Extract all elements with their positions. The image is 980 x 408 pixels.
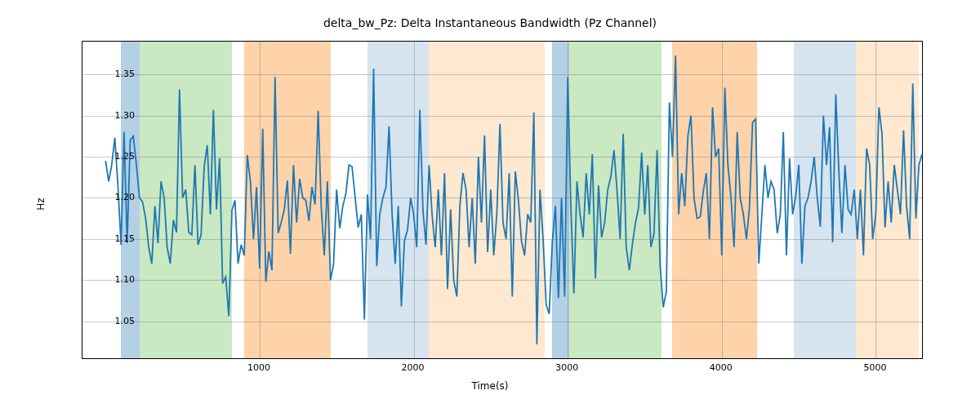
figure: delta_bw_Pz: Delta Instantaneous Bandwid… (0, 0, 980, 408)
x-tick-label: 5000 (863, 362, 886, 373)
plot-area (82, 41, 923, 359)
y-tick-label: 1.10 (115, 274, 136, 285)
x-axis-label: Time(s) (472, 380, 509, 392)
x-tick-label: 1000 (247, 362, 270, 373)
chart-title: delta_bw_Pz: Delta Instantaneous Bandwid… (0, 16, 980, 29)
y-axis-label: Hz (35, 197, 47, 210)
line-series (82, 42, 922, 358)
y-tick-label: 1.35 (115, 69, 136, 79)
x-tick-label: 3000 (555, 362, 578, 373)
x-tick-label: 4000 (710, 362, 733, 373)
y-tick-label: 1.05 (115, 315, 136, 326)
y-tick-label: 1.30 (115, 109, 136, 120)
y-tick-label: 1.25 (115, 151, 136, 162)
x-tick-label: 2000 (402, 362, 425, 373)
y-tick-label: 1.15 (115, 233, 136, 243)
y-tick-label: 1.20 (115, 192, 136, 202)
